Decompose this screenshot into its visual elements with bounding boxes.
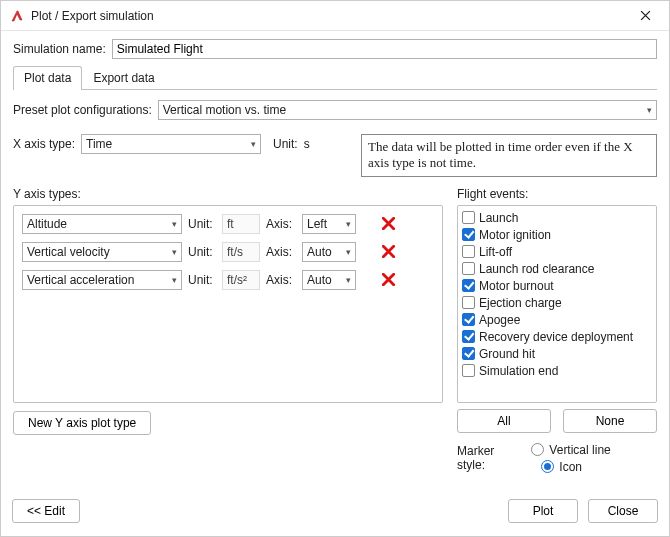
y-axis-side-select[interactable]: Left▾ [302, 214, 356, 234]
flight-event-label: Launch [479, 211, 518, 225]
checkbox[interactable] [462, 347, 475, 360]
unit-label: Unit: [188, 273, 216, 287]
axis-label: Axis: [266, 245, 296, 259]
checkbox[interactable] [462, 228, 475, 241]
y-axis-row: Vertical acceleration▾Unit:ft/s²Axis:Aut… [22, 270, 434, 290]
flight-event-item[interactable]: Ground hit [462, 346, 652, 362]
x-unit-label: Unit: [273, 137, 298, 151]
flight-events-label: Flight events: [457, 187, 657, 201]
delete-y-axis-button[interactable] [378, 243, 398, 261]
chevron-down-icon: ▾ [346, 247, 351, 257]
flight-event-label: Lift-off [479, 245, 512, 259]
marker-style-row: Marker style: Vertical lineIcon [457, 443, 657, 474]
marker-style-option[interactable]: Vertical line [531, 443, 610, 457]
plot-button[interactable]: Plot [508, 499, 578, 523]
edit-button[interactable]: << Edit [12, 499, 80, 523]
checkbox[interactable] [462, 245, 475, 258]
checkbox[interactable] [462, 211, 475, 224]
marker-style-label-text: Icon [559, 460, 582, 474]
close-button[interactable] [627, 2, 663, 30]
flight-event-item[interactable]: Launch rod clearance [462, 261, 652, 277]
flight-event-item[interactable]: Motor ignition [462, 227, 652, 243]
flight-events-panel: LaunchMotor ignitionLift-offLaunch rod c… [457, 205, 657, 403]
marker-style-option[interactable]: Icon [541, 460, 582, 474]
radio[interactable] [531, 443, 544, 456]
y-unit-value: ft [222, 214, 260, 234]
chevron-down-icon: ▾ [346, 275, 351, 285]
unit-label: Unit: [188, 217, 216, 231]
y-axis-row: Vertical velocity▾Unit:ft/sAxis:Auto▾ [22, 242, 434, 262]
y-axis-side-select[interactable]: Auto▾ [302, 242, 356, 262]
checkbox[interactable] [462, 296, 475, 309]
y-axis-types-label: Y axis types: [13, 187, 447, 201]
flight-event-item[interactable]: Ejection charge [462, 295, 652, 311]
checkbox[interactable] [462, 313, 475, 326]
flight-event-item[interactable]: Simulation end [462, 363, 652, 379]
axis-label: Axis: [266, 273, 296, 287]
tabs: Plot dataExport data [13, 65, 657, 90]
chevron-down-icon: ▾ [647, 105, 652, 115]
flight-event-label: Simulation end [479, 364, 558, 378]
flight-event-item[interactable]: Apogee [462, 312, 652, 328]
unit-label: Unit: [188, 245, 216, 259]
close-dialog-button[interactable]: Close [588, 499, 658, 523]
flight-event-label: Launch rod clearance [479, 262, 594, 276]
tab-export-data[interactable]: Export data [82, 66, 165, 90]
radio[interactable] [541, 460, 554, 473]
flight-event-label: Apogee [479, 313, 520, 327]
x-axis-type-select[interactable]: Time ▾ [81, 134, 261, 154]
y-axes-panel: Altitude▾Unit:ftAxis:Left▾Vertical veloc… [13, 205, 443, 403]
select-none-button[interactable]: None [563, 409, 657, 433]
tab-plot-data[interactable]: Plot data [13, 66, 82, 90]
chevron-down-icon: ▾ [251, 139, 256, 149]
checkbox[interactable] [462, 279, 475, 292]
flight-event-label: Motor ignition [479, 228, 551, 242]
chevron-down-icon: ▾ [172, 219, 177, 229]
flight-event-item[interactable]: Motor burnout [462, 278, 652, 294]
preset-label: Preset plot configurations: [13, 103, 152, 117]
chevron-down-icon: ▾ [172, 275, 177, 285]
select-all-button[interactable]: All [457, 409, 551, 433]
flight-event-item[interactable]: Launch [462, 210, 652, 226]
y-type-select[interactable]: Altitude▾ [22, 214, 182, 234]
marker-style-label-text: Vertical line [549, 443, 610, 457]
flight-event-item[interactable]: Recovery device deployment [462, 329, 652, 345]
flight-event-label: Motor burnout [479, 279, 554, 293]
y-unit-value: ft/s [222, 242, 260, 262]
checkbox[interactable] [462, 364, 475, 377]
chevron-down-icon: ▾ [172, 247, 177, 257]
axis-label: Axis: [266, 217, 296, 231]
note-text: The data will be plotted in time order e… [361, 134, 657, 177]
app-icon [9, 8, 25, 24]
simulation-name-input[interactable] [112, 39, 657, 59]
flight-event-label: Recovery device deployment [479, 330, 633, 344]
y-axis-row: Altitude▾Unit:ftAxis:Left▾ [22, 214, 434, 234]
chevron-down-icon: ▾ [346, 219, 351, 229]
delete-y-axis-button[interactable] [378, 215, 398, 233]
title-bar: Plot / Export simulation [1, 1, 669, 31]
flight-event-label: Ground hit [479, 347, 535, 361]
simulation-name-label: Simulation name: [13, 42, 106, 56]
y-unit-value: ft/s² [222, 270, 260, 290]
bottom-bar: << Edit Plot Close [0, 491, 670, 531]
checkbox[interactable] [462, 330, 475, 343]
new-y-axis-button[interactable]: New Y axis plot type [13, 411, 151, 435]
preset-select[interactable]: Vertical motion vs. time ▾ [158, 100, 657, 120]
y-axis-side-select[interactable]: Auto▾ [302, 270, 356, 290]
dialog-content: Simulation name: Plot dataExport data Pr… [1, 31, 669, 484]
y-type-select[interactable]: Vertical acceleration▾ [22, 270, 182, 290]
x-unit-value: s [304, 137, 310, 151]
flight-event-label: Ejection charge [479, 296, 562, 310]
flight-event-item[interactable]: Lift-off [462, 244, 652, 260]
marker-style-label: Marker style: [457, 444, 523, 472]
delete-y-axis-button[interactable] [378, 271, 398, 289]
checkbox[interactable] [462, 262, 475, 275]
y-type-select[interactable]: Vertical velocity▾ [22, 242, 182, 262]
x-axis-type-label: X axis type: [13, 137, 75, 151]
window-title: Plot / Export simulation [31, 9, 627, 23]
